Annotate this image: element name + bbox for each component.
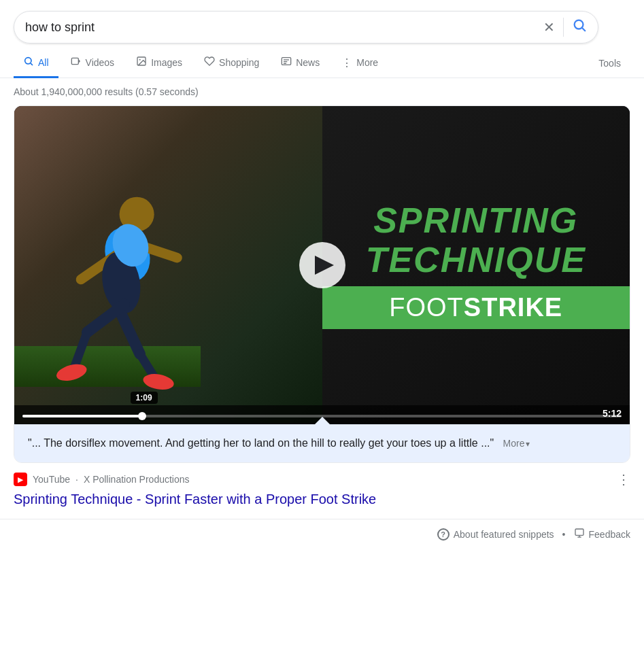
svg-point-7	[139, 59, 141, 61]
tab-images[interactable]: Images	[126, 49, 192, 78]
svg-rect-4	[71, 58, 78, 64]
play-button[interactable]	[299, 242, 345, 288]
tab-images-label: Images	[151, 57, 182, 68]
transcript-more-button[interactable]: More ▾	[503, 437, 530, 451]
tab-news-label: News	[296, 57, 320, 68]
video-source: YouTube	[33, 474, 70, 485]
transcript-text: "... The dorsiflex movement. And getting…	[28, 437, 494, 449]
svg-point-2	[25, 58, 31, 64]
about-snippets-label: About featured snippets	[454, 529, 554, 540]
clear-search-icon[interactable]: ✕	[543, 19, 555, 35]
all-tab-icon	[23, 56, 34, 69]
search-submit-icon[interactable]	[572, 18, 587, 37]
tab-videos[interactable]: Videos	[61, 49, 124, 78]
progress-thumb[interactable]	[138, 412, 146, 420]
video-title-link[interactable]: Sprinting Technique - Sprint Faster with…	[14, 490, 630, 508]
shopping-tab-icon	[204, 56, 215, 69]
results-info: About 1,940,000,000 results (0.57 second…	[0, 78, 644, 103]
svg-line-1	[582, 28, 585, 31]
transcript-snippet: "... The dorsiflex movement. And getting…	[14, 424, 630, 462]
svg-marker-5	[78, 59, 80, 64]
feedback-label: Feedback	[589, 529, 630, 540]
feedback-button[interactable]: Feedback	[574, 528, 630, 541]
sprinting-text: SPRINTING	[373, 201, 578, 240]
video-card: SPRINTING TECHNIQUE FOOTSTRIKE 1:09 5:12	[14, 105, 630, 463]
youtube-icon: ▶	[14, 473, 27, 486]
video-channel: X Pollination Productions	[84, 474, 190, 485]
results-count: About 1,940,000,000 results (0.57 second…	[14, 86, 199, 97]
tools-button[interactable]: Tools	[589, 51, 630, 75]
tab-all-label: All	[38, 57, 49, 68]
about-featured-snippets[interactable]: ? About featured snippets	[437, 528, 554, 541]
videos-tab-icon	[71, 56, 82, 69]
progress-bar-fill	[22, 415, 142, 417]
foot-strike-banner: FOOTSTRIKE	[322, 286, 630, 329]
question-circle-icon: ?	[437, 528, 450, 541]
transcript-chevron-icon: ▾	[526, 438, 530, 450]
sprinter-figure	[31, 138, 218, 409]
footer-dot-separator: •	[562, 529, 566, 540]
current-time-chip: 1:09	[131, 392, 158, 404]
tab-videos-label: Videos	[86, 57, 115, 68]
search-input[interactable]	[25, 20, 543, 35]
play-triangle-icon	[315, 256, 334, 275]
news-tab-icon	[281, 56, 292, 69]
more-tab-icon: ⋮	[341, 56, 352, 69]
tab-shopping[interactable]: Shopping	[194, 49, 269, 78]
source-separator: ·	[75, 474, 78, 485]
video-meta: ▶ YouTube · X Pollination Productions ⋮ …	[0, 463, 644, 513]
strike-text: STRIKE	[464, 293, 562, 322]
nav-tabs: All Videos Images Shopping	[0, 49, 644, 78]
svg-line-3	[31, 63, 33, 65]
video-options-icon[interactable]: ⋮	[617, 471, 630, 488]
video-source-line: ▶ YouTube · X Pollination Productions ⋮	[14, 471, 630, 488]
tab-shopping-label: Shopping	[219, 57, 259, 68]
technique-text: TECHNIQUE	[366, 241, 586, 279]
tab-news[interactable]: News	[271, 49, 329, 78]
tab-all[interactable]: All	[14, 49, 58, 78]
tab-more[interactable]: ⋮ More	[332, 50, 388, 78]
svg-point-22	[142, 372, 175, 392]
footer-bar: ? About featured snippets • Feedback	[0, 519, 644, 549]
more-label: More	[503, 437, 525, 451]
tab-more-label: More	[356, 57, 378, 68]
video-thumbnail[interactable]: SPRINTING TECHNIQUE FOOTSTRIKE 1:09 5:12	[14, 106, 630, 424]
svg-rect-24	[575, 529, 583, 535]
transcript-arrow-up	[314, 417, 331, 424]
search-divider	[563, 18, 564, 37]
svg-line-20	[75, 332, 87, 366]
foot-text: FOOT	[389, 293, 464, 322]
search-bar-container: ✕	[0, 0, 644, 44]
total-time: 5:12	[603, 408, 622, 419]
tools-label: Tools	[598, 58, 621, 69]
video-text-panel: SPRINTING TECHNIQUE FOOTSTRIKE	[322, 106, 630, 424]
search-bar: ✕	[14, 11, 598, 44]
images-tab-icon	[136, 56, 147, 69]
feedback-icon	[574, 528, 585, 541]
svg-line-17	[118, 307, 140, 354]
